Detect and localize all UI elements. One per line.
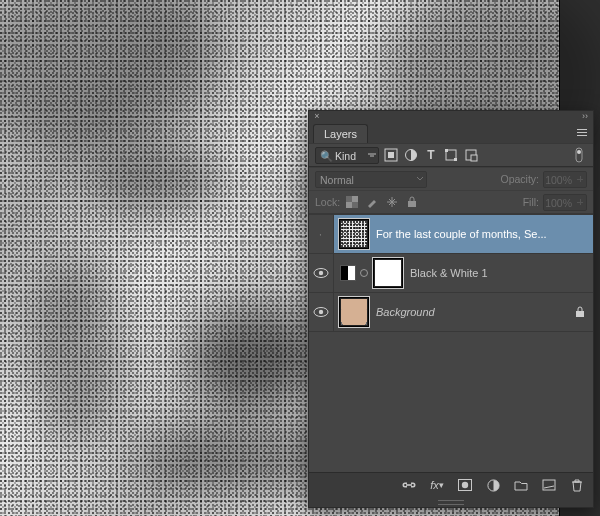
svg-point-17 [319, 310, 323, 314]
tab-layers[interactable]: Layers [313, 124, 368, 143]
lock-position-icon[interactable] [384, 194, 400, 210]
adjustment-layer-icon [340, 265, 356, 281]
layer-list-empty-area[interactable] [309, 331, 593, 472]
lock-icon [575, 306, 585, 318]
lock-all-icon[interactable] [404, 194, 420, 210]
svg-rect-1 [388, 152, 394, 158]
layer-name[interactable]: Black & White 1 [410, 267, 585, 279]
svg-rect-11 [346, 196, 352, 202]
lock-pixels-icon[interactable] [364, 194, 380, 210]
fx-icon[interactable]: fx▾ [429, 477, 445, 493]
eye-icon [313, 267, 329, 279]
svg-point-9 [577, 150, 581, 154]
layer-list: ▫ For the last couple of months, Se... B… [309, 214, 593, 472]
svg-point-15 [319, 271, 323, 275]
layer-mask-thumbnail[interactable] [374, 259, 402, 287]
add-mask-icon[interactable] [457, 477, 473, 493]
svg-rect-23 [543, 480, 555, 490]
opacity-label: Opacity: [500, 173, 539, 185]
svg-point-21 [462, 482, 468, 488]
layer-name[interactable]: For the last couple of months, Se... [376, 228, 585, 240]
visibility-toggle[interactable] [309, 293, 334, 331]
blend-row: Normal Opacity: 100% [309, 167, 593, 190]
filter-shape-icon[interactable] [443, 147, 459, 163]
collapse-panel-icon[interactable]: ›› [581, 112, 589, 120]
opacity-value: 100% [545, 174, 572, 186]
fill-field[interactable]: 100% [543, 194, 587, 211]
layer-row[interactable]: Black & White 1 [309, 253, 593, 292]
lock-row: Lock: Fill: 100% [309, 190, 593, 214]
new-adjustment-icon[interactable] [485, 477, 501, 493]
panel-menu-button[interactable] [575, 125, 589, 139]
blend-mode-dropdown[interactable]: Normal [315, 171, 427, 188]
panel-resize-handle[interactable] [309, 497, 593, 507]
svg-rect-4 [445, 149, 448, 152]
svg-rect-19 [406, 484, 412, 486]
layer-filter-row: 🔍Kind T [309, 143, 593, 167]
panel-footer: fx▾ [309, 472, 593, 497]
close-panel-icon[interactable]: × [313, 112, 321, 120]
svg-rect-18 [576, 311, 584, 317]
mask-link-icon[interactable] [360, 269, 368, 277]
tab-layers-label: Layers [324, 128, 357, 140]
svg-rect-13 [408, 201, 416, 207]
visibility-off-icon: ▫ [320, 232, 322, 237]
delete-layer-icon[interactable] [569, 477, 585, 493]
svg-rect-5 [454, 158, 457, 161]
svg-rect-12 [352, 202, 358, 208]
opacity-field[interactable]: 100% [543, 171, 587, 188]
fill-value: 100% [545, 197, 572, 209]
layer-name[interactable]: Background [376, 306, 571, 318]
layers-panel: × ›› Layers 🔍Kind T [308, 110, 594, 508]
panel-tab-bar: Layers [309, 121, 593, 143]
filter-kind-dropdown[interactable]: 🔍Kind [315, 147, 379, 164]
filter-smartobj-icon[interactable] [463, 147, 479, 163]
filter-toggle-switch[interactable] [571, 147, 587, 163]
layer-thumbnail[interactable] [340, 298, 368, 326]
new-group-icon[interactable] [513, 477, 529, 493]
svg-rect-7 [471, 155, 477, 161]
layer-row[interactable]: ▫ For the last couple of months, Se... [309, 214, 593, 253]
visibility-toggle[interactable] [309, 254, 334, 292]
visibility-toggle[interactable]: ▫ [309, 215, 334, 253]
filter-type-icon[interactable]: T [423, 147, 439, 163]
layer-row[interactable]: Background [309, 292, 593, 331]
layer-thumbnail[interactable] [340, 220, 368, 248]
panel-drag-strip[interactable]: × ›› [309, 111, 593, 121]
link-layers-icon[interactable] [401, 477, 417, 493]
lock-transparency-icon[interactable] [344, 194, 360, 210]
eye-icon [313, 306, 329, 318]
filter-adjustment-icon[interactable] [403, 147, 419, 163]
fill-label: Fill: [523, 196, 539, 208]
blend-mode-value: Normal [320, 174, 354, 186]
lock-label: Lock: [315, 196, 340, 208]
filter-kind-label: Kind [335, 150, 356, 162]
filter-pixel-icon[interactable] [383, 147, 399, 163]
new-layer-icon[interactable] [541, 477, 557, 493]
